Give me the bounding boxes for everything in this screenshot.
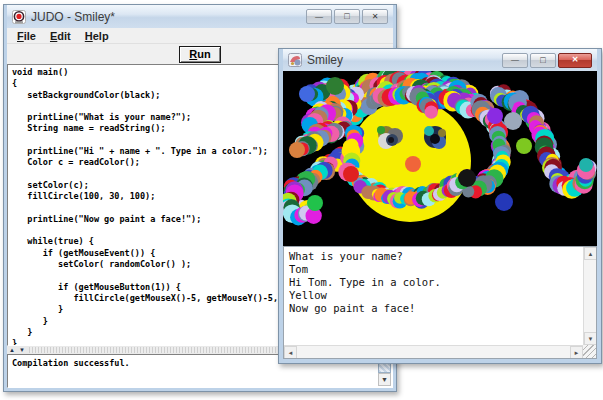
judo-window-title: JUDO - Smiley*: [31, 10, 306, 24]
console-vertical-scrollbar[interactable]: ▲ ▼: [583, 247, 596, 345]
judo-app-icon: [12, 10, 26, 24]
applet-console: What is your name? Tom Hi Tom. Type in a…: [283, 246, 597, 359]
smiley-close-button[interactable]: ✕: [558, 53, 592, 68]
smiley-app-window: Smiley — □ ✕ What is your name? Tom Hi T…: [278, 48, 602, 364]
splitter-collapse-down-icon[interactable]: ▼: [17, 346, 27, 354]
resize-grip[interactable]: [583, 345, 596, 358]
smiley-titlebar[interactable]: Smiley — □ ✕: [283, 49, 597, 71]
scroll-left-icon[interactable]: ◄: [284, 346, 297, 359]
smiley-window-title: Smiley: [307, 53, 502, 67]
smiley-minimize-button[interactable]: —: [502, 53, 528, 68]
judo-menubar: File Edit Help: [7, 28, 393, 44]
judo-close-button[interactable]: ✕: [362, 9, 388, 24]
run-button[interactable]: Run: [179, 46, 221, 63]
scroll-down-icon[interactable]: ▼: [584, 332, 597, 345]
run-button-label: Run: [189, 48, 210, 60]
paint-canvas-area: [283, 71, 597, 246]
judo-maximize-button[interactable]: □: [334, 9, 360, 24]
menu-help[interactable]: Help: [78, 29, 116, 43]
menu-edit[interactable]: Edit: [43, 29, 78, 43]
smiley-canvas[interactable]: [283, 71, 597, 246]
judo-titlebar[interactable]: JUDO - Smiley* — □ ✕: [7, 5, 393, 28]
menu-file[interactable]: File: [10, 29, 43, 43]
status-scroll-down-icon[interactable]: ▼: [378, 373, 391, 386]
splitter-collapse-up-icon[interactable]: ▲: [7, 346, 17, 354]
smiley-maximize-button[interactable]: □: [530, 53, 556, 68]
scroll-up-icon[interactable]: ▲: [584, 247, 597, 260]
smiley-app-icon: [288, 53, 302, 67]
scroll-right-icon[interactable]: ►: [570, 346, 583, 359]
console-text[interactable]: What is your name? Tom Hi Tom. Type in a…: [285, 248, 582, 344]
judo-minimize-button[interactable]: —: [306, 9, 332, 24]
console-horizontal-scrollbar[interactable]: ◄ ►: [284, 345, 583, 358]
